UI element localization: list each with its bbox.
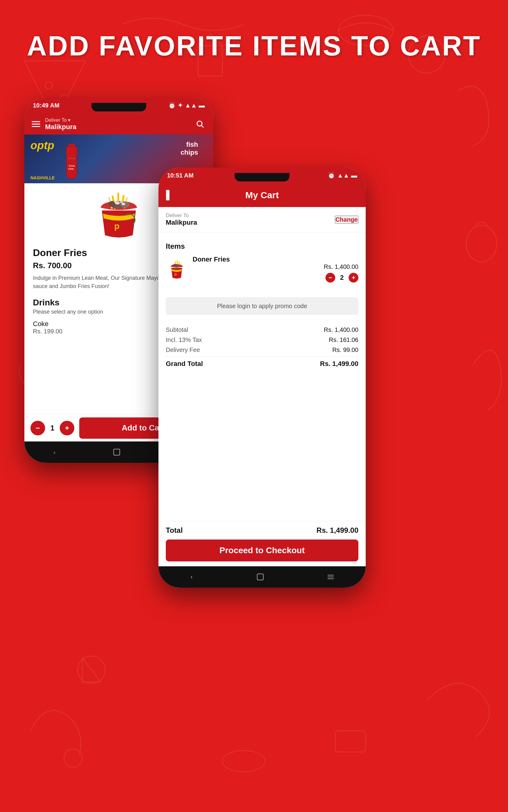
status-bar-right: 10:51 AM ⏰ ▲▲ ▬ <box>159 168 366 183</box>
cart-back-button[interactable]: ‹ <box>166 190 170 201</box>
subtotal-value: Rs. 1,400.00 <box>324 326 358 333</box>
cart-item-qty: 2 <box>340 274 344 282</box>
quantity-plus-button[interactable]: + <box>60 421 74 435</box>
svg-point-10 <box>197 121 202 126</box>
deliver-section: Deliver To Malikpura Change <box>159 207 366 232</box>
svg-point-0 <box>45 82 52 89</box>
cart-item-image: p <box>166 258 188 280</box>
change-location-button[interactable]: Change <box>335 216 358 224</box>
nav-bar-left: Deliver To ▾ Malikpura <box>25 113 213 135</box>
svg-rect-12 <box>69 144 75 146</box>
nav-menu-icon-right[interactable] <box>328 575 334 579</box>
grand-total-value: Rs. 1,499.00 <box>320 360 358 368</box>
subtotal-label: Subtotal <box>166 326 188 333</box>
hamburger-menu[interactable] <box>32 121 40 127</box>
cart-title: My Cart <box>245 190 279 200</box>
delivery-label: Delivery Fee <box>166 346 200 353</box>
optp-logo: optp <box>31 139 54 152</box>
location-left: Malikpura <box>45 123 189 131</box>
nashville-label: NASHVILLE <box>31 175 54 180</box>
phone-right: 10:51 AM ⏰ ▲▲ ▬ ‹ My Cart Deliver To Mal… <box>159 168 366 588</box>
cart-qty-control: − 2 + <box>193 273 358 283</box>
svg-point-26 <box>114 201 117 202</box>
hero-title: ADD FAVORITE ITEMS TO CART <box>0 31 508 62</box>
promo-section: Please login to apply promo code <box>159 292 366 320</box>
tax-label: Incl. 13% Tax <box>166 336 202 343</box>
nav-home-icon-right[interactable] <box>257 574 264 580</box>
time-right: 10:51 AM <box>167 172 194 179</box>
svg-text:p: p <box>114 221 120 231</box>
status-icons-left: ⏰ ✦ ▲▲ ▬ <box>168 102 205 109</box>
search-button[interactable] <box>194 118 206 130</box>
quantity-number: 1 <box>49 424 56 432</box>
quantity-minus-button[interactable]: − <box>31 421 45 435</box>
grand-total-row: Grand Total Rs. 1,499.00 <box>166 356 358 368</box>
coke-bottle-icon: Coca Cola <box>64 141 79 180</box>
cart-minus-button[interactable]: − <box>326 273 335 283</box>
status-icons-right: ⏰ ▲▲ ▬ <box>328 172 357 179</box>
checkout-button[interactable]: Proceed to Checkout <box>166 539 358 562</box>
total-label: Total <box>166 526 183 535</box>
promo-code-button[interactable]: Please login to apply promo code <box>166 297 358 315</box>
cart-bottom-bar: Total Rs. 1,499.00 Proceed to Checkout <box>159 521 366 566</box>
svg-text:Cola: Cola <box>68 168 74 170</box>
svg-rect-8 <box>335 731 366 752</box>
deliver-to-label: Deliver To <box>166 212 197 219</box>
deliver-label-left: Deliver To ▾ <box>45 117 189 123</box>
total-value: Rs. 1,499.00 <box>316 526 358 535</box>
items-section: Items p <box>159 236 366 289</box>
cart-item-price: Rs. 1,400.00 <box>324 264 358 270</box>
total-row: Total Rs. 1,499.00 <box>166 526 358 535</box>
nav-back-icon-right[interactable]: ‹ <box>190 573 193 581</box>
nav-back-icon[interactable]: ‹ <box>53 449 55 456</box>
grand-total-label: Grand Total <box>166 360 203 368</box>
tax-row: Incl. 13% Tax Rs. 161.06 <box>166 336 358 343</box>
cart-header: ‹ My Cart <box>159 183 366 207</box>
svg-point-6 <box>466 225 497 262</box>
cart-item-info: Doner Fries Rs. 1,400.00 − 2 + <box>193 255 358 283</box>
status-bar-left: 10:49 AM ⏰ ✦ ▲▲ ▬ <box>25 97 213 113</box>
svg-line-11 <box>202 126 203 127</box>
svg-point-7 <box>78 656 105 683</box>
svg-point-25 <box>122 203 125 205</box>
cart-item-row: p Doner Fries Rs. 1,400.00 <box>166 255 358 283</box>
deliver-to-left: Deliver To ▾ Malikpura <box>45 117 189 131</box>
svg-point-33 <box>173 264 177 267</box>
cart-item-name: Doner Fries <box>193 255 358 264</box>
svg-point-4 <box>64 749 82 767</box>
banner-chips-text: fishchips <box>181 141 198 156</box>
quantity-control: − 1 + <box>31 421 74 435</box>
tax-value: Rs. 161.06 <box>329 336 358 343</box>
product-image: p <box>88 186 149 241</box>
phone-nav-bottom-right: ‹ <box>159 566 366 588</box>
svg-point-27 <box>120 201 123 203</box>
delivery-value: Rs. 99.00 <box>332 346 358 353</box>
svg-point-9 <box>222 751 265 772</box>
price-breakdown: Subtotal Rs. 1,400.00 Incl. 13% Tax Rs. … <box>159 320 366 374</box>
svg-text:Coca: Coca <box>69 164 75 167</box>
delivery-row: Delivery Fee Rs. 99.00 <box>166 346 358 353</box>
deliver-location: Malikpura <box>166 219 197 227</box>
items-label: Items <box>166 242 358 250</box>
subtotal-row: Subtotal Rs. 1,400.00 <box>166 326 358 333</box>
cart-plus-button[interactable]: + <box>349 273 358 283</box>
nav-home-icon[interactable] <box>113 449 120 456</box>
svg-text:p: p <box>175 272 177 276</box>
time-left: 10:49 AM <box>33 102 59 109</box>
